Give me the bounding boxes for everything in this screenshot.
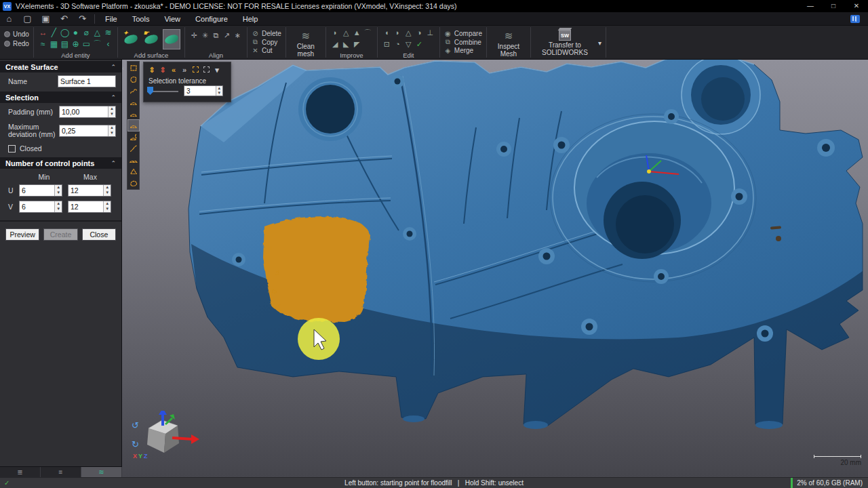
create-surface-header[interactable]: Create Surface ⌃ [0,61,121,73]
edit-orient-icon[interactable]: ◔ [393,39,403,49]
tolerance-spinner[interactable]: ▲▼ [216,86,222,96]
entity-facet-grid-icon[interactable]: ▤ [60,39,70,49]
strip-rectangle-selection-icon[interactable] [128,62,139,73]
mesh-model-canvas[interactable] [122,60,868,477]
entity-grid-icon[interactable]: ▦ [49,39,59,49]
improve-fill-holes-icon[interactable]: ◗ [330,28,340,38]
align-arrow-icon[interactable]: ↗ [222,30,232,41]
edit-surface-b-icon[interactable]: ◗ [393,28,403,38]
rotate-cw-icon[interactable]: ↻ [132,439,139,449]
minimize-button[interactable]: — [799,0,822,12]
align-target-icon[interactable]: ✛ [189,30,199,41]
menu-view[interactable]: View [157,12,188,26]
improve-smooth-icon[interactable]: ◢ [330,39,340,49]
entity-angle-icon[interactable]: ‹ [103,39,113,49]
selection-tolerance-slider[interactable] [147,87,178,95]
selection-tolerance-input[interactable] [184,86,216,96]
menu-file[interactable]: File [98,12,125,26]
closed-checkbox[interactable] [8,145,16,152]
selected-region[interactable] [263,216,370,322]
edit-triangles-icon[interactable]: △ [403,28,414,38]
entity-arc-icon[interactable]: ⌒ [92,39,102,49]
undo-arrow-button[interactable]: ↶ [55,12,73,26]
align-plane-icon[interactable]: ⧉ [211,30,221,41]
u-max-spinner[interactable]: ▲▼ [103,185,111,196]
edit-waterproof-icon[interactable]: ✓ [414,39,425,49]
add-surface-pick-button[interactable]: ☛ [142,29,160,49]
entity-sphere-icon[interactable]: ⊕ [71,39,81,49]
edit-scale-icon[interactable]: ⊡ [382,39,392,49]
v-min-spinner[interactable]: ▲▼ [54,201,62,212]
selection-grow-icon[interactable]: « [169,65,178,75]
entity-circle-icon[interactable]: ◯ [60,28,70,38]
entity-point-icon[interactable]: ● [71,28,81,38]
padding-input[interactable] [60,106,108,117]
u-min-spinner[interactable]: ▲▼ [54,185,62,196]
strip-triangle-selection-icon[interactable] [128,166,139,177]
deviation-spinner[interactable]: ▲▼ [108,125,115,136]
transfer-solidworks-button[interactable]: SW Transfer to SOLIDWORKS [535,28,595,58]
strip-brush-a-selection-icon[interactable] [128,97,139,108]
menu-configure[interactable]: Configure [188,12,235,26]
u-max-input[interactable] [68,185,103,196]
tab-surface-view[interactable]: ≋ [81,467,122,477]
close-button[interactable]: ✕ [845,0,868,12]
edit-mirror-icon[interactable]: ◑ [414,28,425,38]
cut-button[interactable]: ✕Cut [252,47,281,54]
strip-collapse-chevron[interactable]: ‹ [122,65,124,72]
new-file-button[interactable]: ▢ [18,12,37,26]
menu-help[interactable]: Help [235,12,266,26]
selection-header[interactable]: Selection ⌃ [0,92,121,103]
improve-sharpen-icon[interactable]: ◤ [352,39,362,49]
navigation-cube[interactable]: ↺ ↻ XYZ [132,411,199,462]
menu-tools[interactable]: Tools [125,12,157,26]
redo-button[interactable]: Redo [4,40,29,47]
surface-name-input[interactable] [58,76,115,87]
improve-boundary-icon[interactable]: ⌒ [363,28,373,38]
padding-spinner[interactable]: ▲▼ [108,106,115,117]
save-button[interactable]: ▣ [37,12,55,26]
transfer-dropdown-caret[interactable]: ▾ [598,39,601,47]
improve-defeature-icon[interactable]: ◣ [341,39,351,49]
entity-ellipse-icon[interactable]: ⌀ [81,28,92,38]
strip-pen-selection-icon[interactable] [128,143,139,154]
entity-distance-icon[interactable]: ↔ [38,28,48,38]
v-max-spinner[interactable]: ▲▼ [103,201,111,212]
improve-decimate-icon[interactable]: △ [341,28,351,38]
maximize-button[interactable]: □ [822,0,845,12]
strip-floodfill-selection-icon[interactable] [128,120,139,131]
selection-visible-box-icon[interactable] [191,65,200,75]
align-points-icon[interactable]: ∗ [233,30,243,41]
u-min-input[interactable] [20,185,54,196]
feedback-bubble-icon[interactable] [850,15,860,23]
deviation-input[interactable] [60,125,108,136]
add-surface-star-button[interactable]: ✦ [122,29,140,49]
tab-tree-view[interactable]: ≣ [0,467,41,477]
strip-blob-selection-icon[interactable] [128,178,139,188]
edit-plane-cut-icon[interactable]: ⊥ [425,28,435,38]
delete-button[interactable]: ⊘Delete [252,30,281,37]
clean-mesh-button[interactable]: ≋ Clean mesh [290,28,321,59]
selection-reduce-icon[interactable]: » [180,65,189,75]
create-button[interactable]: Create [43,228,77,241]
improve-refine-icon[interactable]: ▲ [352,28,362,38]
tab-list-view[interactable]: ≡ [41,467,81,477]
entity-slab-icon[interactable]: ≋ [103,28,113,38]
strip-lasso-selection-icon[interactable] [128,74,139,85]
slider-handle[interactable] [147,87,153,95]
selection-through-box-icon[interactable] [201,65,211,75]
close-button-panel[interactable]: Close [82,228,116,241]
redo-arrow-button[interactable]: ↷ [73,12,92,26]
v-max-input[interactable] [68,201,103,212]
edit-surface-a-icon[interactable]: ◖ [382,28,392,38]
edit-remove-icon[interactable]: ▽ [403,39,414,49]
control-points-header[interactable]: Number of control points ⌃ [0,157,121,169]
v-min-input[interactable] [20,201,54,212]
entity-curve-icon[interactable]: ≈ [38,39,48,49]
strip-brush-b-selection-icon[interactable] [128,108,139,119]
selection-expand-icon[interactable]: ⇕ [147,65,157,75]
add-surface-selection-button[interactable] [163,29,180,49]
entity-line-icon[interactable]: ╱ [49,28,59,38]
strip-disc-curve-selection-icon[interactable] [128,131,139,142]
merge-button[interactable]: ◈Merge [444,47,482,54]
